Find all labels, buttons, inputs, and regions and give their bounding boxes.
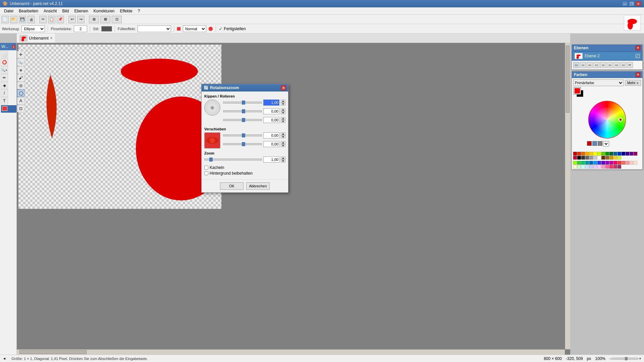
h-scrollbar[interactable] — [17, 349, 565, 355]
slider-thumb-3[interactable] — [242, 118, 245, 122]
layer-visibility[interactable]: ✓ — [636, 54, 640, 58]
tool-move[interactable]: ✛ — [17, 51, 24, 58]
layer-tool-7[interactable]: ▭ — [613, 62, 620, 68]
invert-btn[interactable]: ⊡ — [112, 16, 122, 23]
color-ind-1[interactable] — [587, 141, 592, 146]
palette-color[interactable] — [618, 165, 621, 169]
save-btn[interactable]: 💾 — [19, 16, 26, 23]
kippen-input-3[interactable] — [263, 117, 279, 123]
palette-color[interactable] — [613, 165, 617, 169]
palette-color[interactable] — [609, 156, 613, 160]
palette-color[interactable] — [589, 161, 593, 165]
tool-lasso[interactable]: ⭕ — [1, 59, 8, 66]
slider-track-2[interactable] — [223, 110, 262, 112]
fg-color-swatch[interactable] — [574, 87, 581, 94]
palette-color[interactable] — [585, 165, 589, 169]
v-spin-down-v[interactable]: ▼ — [281, 144, 285, 147]
menu-bearbeiten[interactable]: Bearbeiten — [16, 8, 41, 14]
palette-color[interactable] — [622, 161, 625, 165]
palette-color[interactable] — [597, 156, 601, 160]
palette-color[interactable] — [573, 152, 577, 156]
tool-zoom-in[interactable]: 🔍+ — [1, 66, 8, 74]
redo-btn[interactable]: ↪ — [77, 16, 85, 23]
kacheln-checkbox[interactable] — [204, 166, 208, 170]
palette-color[interactable] — [577, 161, 581, 165]
palette-color[interactable] — [634, 152, 637, 156]
layer-tool-pencil[interactable]: ✏ — [627, 62, 633, 68]
rotation-dial[interactable]: ⊕ — [204, 100, 220, 116]
palette-color[interactable] — [609, 165, 613, 169]
layer-tool-1[interactable]: ▭ — [573, 62, 579, 68]
palette-color[interactable] — [622, 152, 625, 156]
palette-color[interactable] — [613, 156, 617, 160]
tool-pencil[interactable]: ✏ — [1, 74, 8, 81]
palette-color[interactable] — [589, 165, 593, 169]
dialog-close-button[interactable]: ✕ — [281, 85, 286, 90]
title-bar-controls[interactable]: — ❐ ✕ — [622, 1, 641, 6]
kippen-input-2[interactable] — [263, 108, 279, 114]
v-slider-thumb-v[interactable] — [242, 142, 245, 146]
palette-color[interactable] — [597, 161, 601, 165]
palette-color[interactable] — [597, 165, 601, 169]
palette-color[interactable] — [618, 156, 621, 160]
new-btn[interactable]: 📄 — [1, 16, 9, 23]
color-ind-select[interactable] — [603, 141, 609, 146]
brush-size-input[interactable] — [74, 25, 87, 32]
hintergrund-checkbox[interactable] — [204, 171, 208, 175]
palette-color[interactable] — [609, 161, 613, 165]
tool-clone[interactable]: ◈ — [1, 82, 8, 89]
palette-color[interactable] — [613, 152, 617, 156]
palette-color[interactable] — [573, 156, 577, 160]
layer-tool-2[interactable]: ▭ — [580, 62, 586, 68]
spin-up-2[interactable]: ▲ — [281, 108, 285, 111]
verschieben-input-v[interactable] — [263, 141, 279, 147]
tool-paint[interactable]: 🖌 — [17, 74, 24, 81]
layers-panel-close[interactable]: ✕ — [636, 46, 640, 50]
color-ind-2[interactable] — [592, 141, 597, 146]
palette-color[interactable] — [618, 152, 621, 156]
palette-color[interactable] — [605, 156, 609, 160]
palette-color[interactable] — [581, 156, 585, 160]
layer-tool-4[interactable]: ▭ — [593, 62, 599, 68]
spin-down-2[interactable]: ▼ — [281, 111, 285, 114]
zoom-slider-track[interactable] — [204, 159, 262, 161]
v-spin-up-v[interactable]: ▲ — [281, 141, 285, 144]
blend-mode-select[interactable]: Normal — [183, 25, 206, 32]
menu-datei[interactable]: Datei — [1, 8, 16, 14]
palette-color[interactable] — [581, 165, 585, 169]
scroll-arrow-left[interactable]: ◄ — [3, 357, 6, 360]
mehr-button[interactable]: Mehr » — [625, 80, 641, 86]
v-spin-down-h[interactable]: ▼ — [281, 135, 285, 138]
menu-ansicht[interactable]: Ansicht — [41, 8, 59, 14]
palette-color[interactable] — [626, 161, 629, 165]
verschieben-input-h[interactable] — [263, 132, 279, 138]
palette-color[interactable] — [589, 152, 593, 156]
palette-color[interactable] — [585, 156, 589, 160]
canvas[interactable] — [18, 45, 221, 209]
spin-down-1[interactable]: ▼ — [281, 103, 285, 106]
palette-color[interactable] — [618, 161, 621, 165]
tool-select[interactable]: Ellipse — [21, 25, 45, 32]
palette-color[interactable] — [593, 156, 597, 160]
tool-rect-select[interactable]: ⬜ — [1, 51, 8, 58]
palette-color[interactable] — [597, 152, 601, 156]
palette-color[interactable] — [593, 165, 597, 169]
palette-color[interactable] — [609, 152, 613, 156]
fill-select[interactable]: Volltonfarbe — [138, 25, 171, 32]
h-scrollbar-thumb[interactable] — [19, 350, 87, 354]
palette-color[interactable] — [626, 152, 629, 156]
slider-thumb-2[interactable] — [242, 109, 245, 113]
tool-color-select[interactable] — [1, 105, 16, 113]
palette-color[interactable] — [630, 152, 633, 156]
tool-zoom-out[interactable]: 🔍- — [17, 59, 24, 66]
layer-item[interactable]: Ebene 2 ✓ — [573, 52, 642, 60]
palette-color[interactable] — [605, 161, 609, 165]
zoom-slider-track[interactable] — [611, 358, 638, 360]
menu-bild[interactable]: Bild — [59, 8, 71, 14]
kippen-input-1[interactable] — [263, 100, 279, 106]
palette-color[interactable] — [601, 161, 605, 165]
canvas-tab[interactable]: Unbenannt ✕ — [17, 34, 56, 43]
zoom-spin-down[interactable]: ▼ — [281, 160, 285, 163]
restore-button[interactable]: ❐ — [629, 1, 635, 6]
palette-color[interactable] — [605, 152, 609, 156]
